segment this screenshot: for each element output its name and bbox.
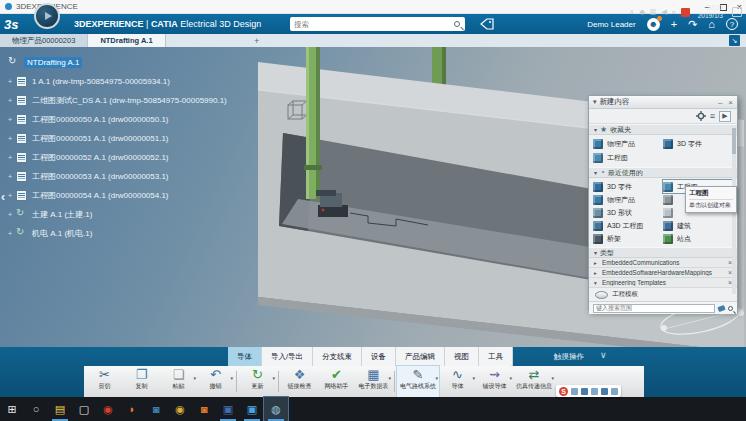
tree-item[interactable]: + 1 A.1 (drw-tmp-50854975-00005934.1) — [6, 72, 286, 91]
panel-titlebar[interactable]: ▾ 新建内容 – × — [589, 96, 737, 109]
global-search[interactable] — [290, 17, 465, 31]
content-type-item[interactable]: A3D 工程图 — [593, 219, 663, 232]
tool-button-network-assistant[interactable]: ✔ 网络助手 — [318, 366, 355, 397]
ime-toolbar[interactable]: S — [556, 385, 621, 397]
search-icon[interactable] — [728, 306, 733, 311]
3d-viewport[interactable]: ‹ NTDrafting A.1 + 1 A.1 (drw-tmp-508549… — [0, 47, 746, 347]
tool-button-simulate-transfer[interactable]: ⇄ ▾ 仿真传递信息 — [513, 366, 555, 397]
ime-settings-icon[interactable] — [611, 388, 618, 395]
expand-panel-icon[interactable]: ▶ — [719, 111, 731, 122]
tree-item[interactable]: + 工程图00000051 A.1 (drw00000051.1) — [6, 129, 286, 148]
tree-item-label[interactable]: 土建 A.1 (土建.1) — [32, 209, 92, 220]
expand-viewport-icon[interactable]: ↘ — [729, 35, 740, 46]
tool-button-link-check[interactable]: ❖ 链接检查 — [281, 366, 318, 397]
tool-button-paste[interactable]: ❏ ▾ 粘贴 — [160, 366, 197, 397]
eraser-icon[interactable] — [717, 304, 725, 311]
ribbon-tab-touch[interactable]: 触摸操作 — [548, 347, 590, 366]
content-type-item[interactable]: 3D 零件 — [593, 180, 663, 193]
search-input[interactable] — [290, 20, 454, 29]
tool-button-update[interactable]: ↻ ▾ 更新 — [239, 366, 276, 397]
tree-expander[interactable]: + — [6, 77, 14, 86]
taskbar-app-firefox[interactable]: ◗ — [120, 397, 144, 421]
tool-button-copy[interactable]: ❐ 复制 — [123, 366, 160, 397]
ribbon-tab[interactable]: 设备 — [362, 347, 396, 366]
taskbar-app-notepad[interactable]: ▢ — [72, 397, 96, 421]
content-type-item[interactable]: 3D 零件 — [663, 137, 733, 151]
ime-punct-icon[interactable] — [581, 388, 588, 395]
ribbon-tab[interactable]: 导入/导出 — [262, 347, 313, 366]
dropdown-arrow-icon[interactable]: ▾ — [509, 375, 512, 381]
tree-item[interactable]: + 工程图00000054 A.1 (drw00000054.1) — [6, 186, 286, 205]
taskbar-app-explorer[interactable]: ▤ — [48, 397, 72, 421]
clock[interactable]: 20:20 2019/1/3 — [698, 4, 723, 20]
taskbar-app-start[interactable]: ⊞ — [0, 397, 24, 421]
taskbar-app-search[interactable]: ○ — [24, 397, 48, 421]
green-column-front[interactable] — [304, 47, 322, 199]
tree-expander[interactable]: + — [6, 172, 14, 181]
ribbon-tab[interactable]: 导体 — [228, 347, 262, 366]
tree-item-label[interactable]: 二维图测试C_DS A.1 (drw-tmp-50854975-00005990… — [32, 95, 227, 106]
panel-minimize-button[interactable]: – — [718, 98, 722, 107]
dropdown-arrow-icon[interactable]: ▾ — [230, 375, 233, 381]
scope-search-input[interactable] — [593, 304, 715, 313]
taskbar-app-3dexperience[interactable]: ◍ — [264, 397, 288, 421]
taskbar-app-app-red[interactable]: ◉ — [96, 397, 120, 421]
content-type-item[interactable]: 站点 — [663, 232, 733, 245]
tree-expander[interactable]: + — [6, 134, 14, 143]
tool-button-cut[interactable]: ✂ 剪切 — [86, 366, 123, 397]
tool-button-undo[interactable]: ↶ ▾ 撤销 — [197, 366, 234, 397]
tray-icon-display[interactable]: ▥ — [650, 8, 657, 16]
content-type-item[interactable]: 3D 形状 — [593, 206, 663, 219]
dropdown-arrow-icon[interactable]: ▾ — [272, 375, 275, 381]
ribbon-tab[interactable]: 产品编辑 — [396, 347, 445, 366]
search-icon[interactable] — [454, 21, 460, 27]
tree-item-label[interactable]: 机电 A.1 (机电.1) — [32, 228, 92, 239]
tree-item-label[interactable]: 工程图00000051 A.1 (drw00000051.1) — [32, 133, 169, 144]
type-filter-row[interactable]: ▸ EmbeddedCommunications × — [589, 258, 737, 268]
compass-icon[interactable] — [34, 3, 60, 29]
tree-item[interactable]: + 土建 A.1 (土建.1) — [6, 205, 286, 224]
panel-close-button[interactable]: × — [728, 98, 733, 107]
chevron-down-icon[interactable]: ∨ — [600, 350, 607, 360]
template-item[interactable]: 工程模板 — [589, 288, 737, 301]
tray-icon-plug[interactable]: ¤ — [672, 9, 676, 16]
ime-mode-icon[interactable] — [571, 388, 578, 395]
dropdown-arrow-icon[interactable]: ▾ — [388, 375, 391, 381]
tree-expander[interactable]: + — [6, 96, 14, 105]
favorites-section-header[interactable]: ▾ ★ 收藏夹 — [589, 124, 737, 135]
dropdown-arrow-icon[interactable]: ▾ — [551, 375, 554, 381]
tree-expander[interactable]: + — [6, 210, 14, 219]
recent-section-header[interactable]: ▾ ◔ 最近使用的 — [589, 167, 737, 178]
sogou-icon[interactable]: S — [559, 387, 568, 396]
tag-icon[interactable] — [480, 18, 494, 30]
tree-collapse-arrow[interactable]: ‹ — [1, 190, 5, 204]
content-type-item[interactable]: 工程图 — [593, 151, 663, 165]
content-type-item[interactable]: 物理产品 — [593, 137, 663, 151]
notification-center-icon[interactable] — [732, 7, 742, 17]
new-tab-button[interactable]: + — [246, 34, 267, 47]
document-tab[interactable]: NTDrafting A.1 — [88, 34, 165, 47]
tool-button-lay-conductor[interactable]: ⇝ ▾ 铺设导体 — [476, 366, 513, 397]
tree-expander[interactable]: + — [6, 115, 14, 124]
tree-item-label[interactable]: 工程图00000053 A.1 (drw00000053.1) — [32, 171, 169, 182]
dropdown-arrow-icon[interactable]: ▾ — [472, 375, 475, 381]
taskbar-app-outlook[interactable]: ◙ — [144, 397, 168, 421]
tree-item[interactable]: NTDrafting A.1 — [6, 53, 286, 72]
tree-item[interactable]: + 工程图00000050 A.1 (drw00000050.1) — [6, 110, 286, 129]
taskbar-app-office[interactable]: ◙ — [192, 397, 216, 421]
tray-icon-chevron-up[interactable]: ∧ — [629, 8, 634, 16]
tree-item[interactable]: + 工程图00000053 A.1 (drw00000053.1) — [6, 167, 286, 186]
tool-button-spreadsheet[interactable]: ▦ ▾ 电子数据表 — [355, 366, 392, 397]
tool-button-conductor[interactable]: ∿ ▾ 导体 — [439, 366, 476, 397]
dropdown-arrow-icon[interactable]: ▾ — [193, 375, 196, 381]
tree-item-label[interactable]: 工程图00000050 A.1 (drw00000050.1) — [32, 114, 169, 125]
type-filter-row[interactable]: ▾ Engineering Templates × — [589, 278, 737, 288]
tree-item-label[interactable]: 工程图00000054 A.1 (drw00000054.1) — [32, 190, 169, 201]
dropdown-arrow-icon[interactable]: ▾ — [435, 375, 438, 381]
type-filter-row[interactable]: ▸ EmbeddedSoftwareHardwareMappings × — [589, 268, 737, 278]
tray-icon-ime-red[interactable] — [681, 8, 690, 17]
tree-item-label[interactable]: NTDrafting A.1 — [24, 57, 82, 68]
tree-item-label[interactable]: 工程图00000052 A.1 (drw00000052.1) — [32, 152, 169, 163]
ribbon-tab[interactable]: 工具 — [479, 347, 513, 366]
tree-expander[interactable]: + — [6, 191, 14, 200]
